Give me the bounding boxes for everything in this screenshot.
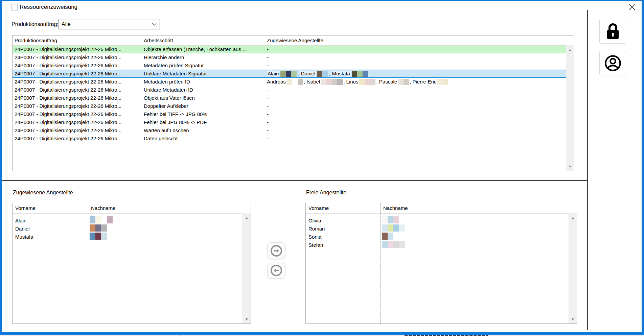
list-item[interactable]: Roman	[306, 225, 569, 233]
assigned-table-header: Vorname Nachname	[13, 203, 251, 214]
screen: { "window": { "title": "Ressourcenzuweis…	[0, 0, 644, 336]
column-header-produktionsauftrag[interactable]: Produktionsauftrag	[15, 35, 57, 45]
employee-name: Linus	[346, 79, 359, 85]
cell-zugewiesene-angestellte: -	[267, 102, 269, 110]
list-item[interactable]: Alain	[13, 217, 243, 225]
table-row[interactable]: 24P0007 - Digitalisierungsprojekt 22-26 …	[13, 126, 566, 135]
scroll-up-icon[interactable]: ▲	[566, 46, 574, 53]
column-divider	[142, 35, 142, 171]
cell-zugewiesene-angestellte: -	[267, 86, 269, 94]
scrollbar[interactable]: ▲ ▼	[243, 213, 251, 323]
column-header-vorname[interactable]: Vorname	[15, 203, 36, 213]
column-header-nachname[interactable]: Nachname	[383, 203, 408, 213]
cell-arbeitsschritt: Objekte erfassen (Tranche, Lochkarten au…	[144, 45, 247, 53]
cell-produktionsauftrag: 24P0007 - Digitalisierungsprojekt 22-26 …	[15, 86, 121, 94]
list-item[interactable]: Daniel	[13, 225, 243, 233]
user-button[interactable]	[599, 51, 626, 75]
cell-arbeitsschritt: Metadaten prüfen ID	[144, 78, 190, 86]
cell-zugewiesene-angestellte: -	[267, 62, 269, 70]
table-row[interactable]: 24P0007 - Digitalisierungsprojekt 22-26 …	[13, 62, 566, 70]
table-row[interactable]: 24P0007 - Digitalisierungsprojekt 22-26 …	[13, 86, 566, 94]
produktionsauftrag-dropdown[interactable]: Alle	[58, 19, 160, 29]
column-header-zugewiesene-angestellte[interactable]: Zugewiesene Angestellte	[267, 35, 323, 45]
scroll-down-icon[interactable]: ▼	[569, 315, 577, 323]
cell-arbeitsschritt: Unklare Metadaten ID	[144, 86, 193, 94]
lock-button[interactable]	[599, 19, 626, 44]
cell-vorname: Sonia	[308, 233, 321, 241]
cell-nachname	[89, 216, 113, 224]
redacted-pixels	[382, 224, 405, 232]
column-header-vorname[interactable]: Vorname	[308, 203, 329, 213]
redacted-pixels	[382, 241, 405, 248]
table-row[interactable]: 24P0007 - Digitalisierungsprojekt 22-26 …	[13, 102, 566, 110]
redacted-pixels	[359, 79, 375, 85]
list-item[interactable]: Stefan	[306, 241, 569, 249]
close-button[interactable]	[624, 1, 640, 14]
employee-name: Pascale	[379, 79, 397, 85]
background-text-fragment	[405, 334, 488, 336]
table-row[interactable]: 24P0007 - Digitalisierungsprojekt 22-26 …	[13, 118, 566, 126]
cell-produktionsauftrag: 24P0007 - Digitalisierungsprojekt 22-26 …	[15, 94, 121, 102]
cell-vorname: Mustafa	[15, 233, 33, 241]
table-row[interactable]: 24P0007 - Digitalisierungsprojekt 22-26 …	[13, 135, 566, 143]
employee-name: Pierre-Eric	[413, 79, 437, 85]
cell-arbeitsschritt: Daten gelöscht	[144, 135, 178, 143]
arrow-left-circle-icon	[270, 264, 283, 277]
arrow-right-circle-icon	[270, 244, 283, 257]
close-icon	[628, 3, 636, 11]
redacted-pixels	[437, 79, 448, 85]
scroll-down-icon[interactable]: ▼	[243, 315, 251, 323]
redacted-pixels	[280, 71, 297, 77]
scroll-up-icon[interactable]: ▲	[243, 214, 251, 221]
column-header-nachname[interactable]: Nachname	[91, 203, 116, 213]
cell-nachname	[381, 240, 406, 248]
cell-zugewiesene-angestellte: -	[267, 94, 269, 102]
scrollbar[interactable]: ▲ ▼	[569, 213, 577, 323]
assigned-employees-table: Vorname Nachname AlainDanielMustafa ▲ ▼	[12, 203, 251, 324]
table-row[interactable]: 24P0007 - Digitalisierungsprojekt 22-26 …	[13, 45, 566, 53]
lock-icon	[605, 23, 621, 40]
table-row[interactable]: 24P0007 - Digitalisierungsprojekt 22-26 …	[13, 53, 566, 62]
scroll-down-icon[interactable]: ▼	[566, 163, 574, 170]
list-item[interactable]: Sonia	[306, 233, 569, 241]
scrollbar[interactable]: ▲ ▼	[566, 45, 574, 171]
cell-vorname: Alain	[15, 217, 26, 225]
redacted-pixels	[321, 79, 343, 85]
redacted-pixels	[398, 79, 409, 85]
cell-vorname: Roman	[308, 225, 325, 233]
redacted-pixels	[90, 233, 107, 240]
table-row[interactable]: 24P0007 - Digitalisierungsprojekt 22-26 …	[13, 110, 566, 118]
cell-arbeitsschritt: Warten auf Löschen	[144, 126, 189, 135]
cell-produktionsauftrag: 24P0007 - Digitalisierungsprojekt 22-26 …	[15, 102, 121, 110]
background-app-strip	[0, 335, 644, 336]
table-row[interactable]: 24P0007 - Digitalisierungsprojekt 22-26 …	[13, 70, 566, 78]
column-header-arbeitsschritt[interactable]: Arbeitsschritt	[144, 35, 173, 45]
cell-zugewiesene-angestellte: -	[267, 118, 269, 126]
cell-zugewiesene-angestellte: Andreas, Isabel, Linus, Pascale, Pierre-…	[267, 78, 449, 86]
redacted-pixels	[287, 79, 303, 85]
employee-name: Mustafa	[331, 71, 351, 76]
cell-produktionsauftrag: 24P0007 - Digitalisierungsprojekt 22-26 …	[15, 62, 121, 70]
cell-vorname: Daniel	[15, 225, 30, 233]
cell-zugewiesene-angestellte: -	[267, 135, 269, 143]
cell-zugewiesene-angestellte: -	[267, 53, 269, 62]
free-panel-title: Freie Angestellte	[306, 190, 346, 196]
column-divider	[88, 203, 88, 323]
assign-right-button[interactable]	[267, 242, 285, 259]
produktionsauftrag-label: Produktionsauftrag:	[12, 21, 59, 27]
list-item[interactable]: Mustafa	[13, 233, 243, 241]
cell-produktionsauftrag: 24P0007 - Digitalisierungsprojekt 22-26 …	[15, 45, 121, 53]
redacted-pixels	[382, 216, 399, 223]
chevron-down-icon	[152, 22, 157, 26]
unassign-left-button[interactable]	[267, 262, 285, 279]
cell-arbeitsschritt: Doppelter Aufkleber	[144, 102, 188, 110]
table-row[interactable]: 24P0007 - Digitalisierungsprojekt 22-26 …	[13, 78, 566, 86]
scroll-up-icon[interactable]: ▲	[569, 214, 577, 221]
cell-zugewiesene-angestellte: Alain, Daniel, Mustafa	[267, 70, 369, 77]
redacted-pixels	[90, 224, 107, 232]
cell-arbeitsschritt: Fehler bei JPG 80% -> PDF	[144, 118, 207, 126]
list-item[interactable]: Olivia	[306, 217, 569, 225]
cell-nachname	[381, 232, 394, 240]
table-row[interactable]: 24P0007 - Digitalisierungsprojekt 22-26 …	[13, 94, 566, 102]
cell-produktionsauftrag: 24P0007 - Digitalisierungsprojekt 22-26 …	[15, 110, 121, 118]
